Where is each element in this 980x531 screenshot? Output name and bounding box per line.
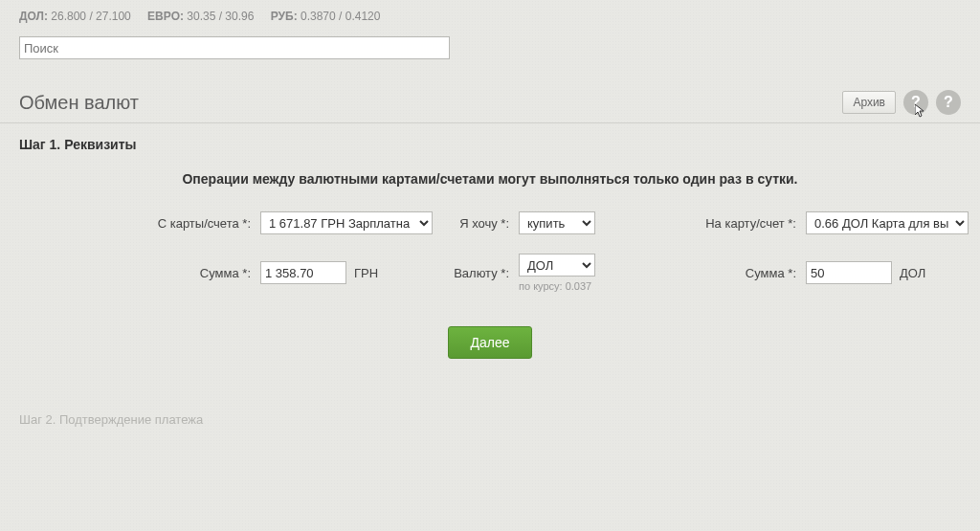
- search-input[interactable]: [19, 36, 450, 59]
- rate-hint: по курсу: 0.037: [519, 280, 681, 292]
- eur-rate-label: ЕВРО:: [147, 10, 184, 23]
- amount-to-label: Сумма *:: [691, 266, 796, 280]
- amount-from-unit: ГРН: [354, 266, 378, 280]
- help-icon-secondary[interactable]: ?: [936, 90, 961, 115]
- rub-rate-value: 0.3870 / 0.4120: [301, 10, 380, 23]
- from-account-select[interactable]: 1 671.87 ГРН Зарплатна: [260, 211, 433, 234]
- archive-button[interactable]: Архив: [842, 91, 896, 114]
- from-account-label: С карты/счета *:: [69, 216, 251, 231]
- operation-notice: Операции между валютными картами/счетами…: [19, 171, 961, 187]
- to-account-select[interactable]: 0.66 ДОЛ Карта для выг: [806, 211, 969, 234]
- page-title: Обмен валют: [19, 92, 139, 114]
- usd-rate-label: ДОЛ:: [19, 10, 48, 23]
- help-icon[interactable]: ?: [903, 90, 928, 115]
- i-want-label: Я хочу *:: [442, 216, 509, 231]
- usd-rate-value: 26.800 / 27.100: [51, 10, 130, 23]
- currency-select[interactable]: ДОЛ: [519, 254, 595, 277]
- amount-from-label: Сумма *:: [69, 266, 251, 280]
- rub-rate-label: РУБ:: [271, 10, 298, 23]
- currency-label: Валюту *:: [442, 266, 509, 280]
- eur-rate-value: 30.35 / 30.96: [187, 10, 254, 23]
- i-want-select[interactable]: купить: [519, 211, 595, 234]
- amount-from-input[interactable]: [260, 261, 346, 284]
- currency-rates-bar: ДОЛ: 26.800 / 27.100 ЕВРО: 30.35 / 30.96…: [0, 0, 980, 36]
- next-button[interactable]: Далее: [448, 326, 531, 359]
- to-account-label: На карту/счет *:: [691, 216, 796, 231]
- amount-to-unit: ДОЛ: [900, 266, 925, 280]
- cursor-icon: [915, 104, 926, 121]
- step2-title: Шаг 2. Подтверждение платежа: [0, 368, 980, 427]
- step1-title: Шаг 1. Реквизиты: [19, 137, 961, 152]
- amount-to-input[interactable]: [806, 261, 892, 284]
